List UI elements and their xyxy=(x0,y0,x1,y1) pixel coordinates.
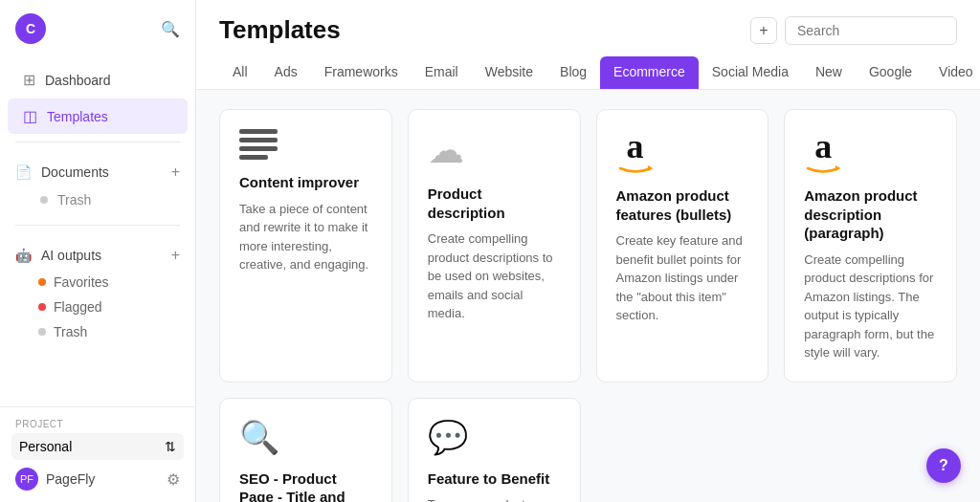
cloud-icon: ☁ xyxy=(428,129,464,171)
svg-marker-1 xyxy=(835,165,840,171)
amazon-logo-2: a xyxy=(804,129,842,173)
divider-2 xyxy=(15,225,180,226)
tab-blog[interactable]: Blog xyxy=(546,56,600,89)
card-title: Content improver xyxy=(239,173,372,192)
amazon-a-letter: a xyxy=(627,129,644,164)
project-label: PROJECT xyxy=(11,419,184,429)
lines-icon xyxy=(239,129,278,160)
sidebar-top: C 🔍 xyxy=(0,0,195,57)
documents-header[interactable]: 📄 Documents + xyxy=(15,158,180,186)
card-content-improver[interactable]: Content improver Take a piece of content… xyxy=(219,109,392,382)
ai-outputs-section-left: 🤖 AI outputs xyxy=(15,248,101,263)
sidebar-bottom: PROJECT Personal ⇅ PF PageFly ⚙ xyxy=(0,406,195,502)
flagged-label: Flagged xyxy=(54,299,102,315)
sidebar-item-label: Dashboard xyxy=(45,73,111,88)
ai-outputs-label: AI outputs xyxy=(41,248,101,263)
chat-icon: 💬 xyxy=(428,418,468,456)
amazon-logo: a xyxy=(616,129,655,173)
tab-frameworks[interactable]: Frameworks xyxy=(311,56,412,89)
page-title: Templates xyxy=(219,15,341,45)
trash-dot xyxy=(40,196,48,204)
card-amazon-paragraph[interactable]: a Amazon product description (paragraph)… xyxy=(784,109,957,382)
main-header: Templates + All Ads Frameworks Email Web… xyxy=(196,0,980,90)
amazon-paragraph-icon: a xyxy=(804,129,937,173)
ai-trash-label: Trash xyxy=(54,324,87,339)
card-title: SEO - Product Page - Title and Meta Desc… xyxy=(239,469,372,503)
templates-icon: ◫ xyxy=(23,107,37,125)
ai-outputs-icon: 🤖 xyxy=(15,248,32,263)
dashboard-icon: ⊞ xyxy=(23,71,35,89)
line-3 xyxy=(239,146,278,151)
card-description: Create key feature and benefit bullet po… xyxy=(616,231,749,325)
card-description: Create compelling product descriptions f… xyxy=(804,251,937,362)
svg-marker-0 xyxy=(648,165,653,171)
workspace-row: PF PageFly ⚙ xyxy=(11,460,184,491)
card-amazon-features[interactable]: a Amazon product features (bullets) Crea… xyxy=(596,109,769,382)
card-description: Take a piece of content and rewrite it t… xyxy=(239,200,372,274)
line-2 xyxy=(239,138,278,142)
content-improver-icon xyxy=(239,129,372,160)
documents-trash-label: Trash xyxy=(57,192,91,207)
product-description-icon: ☁ xyxy=(428,129,561,171)
tab-all[interactable]: All xyxy=(219,56,261,89)
card-description: Turn your product features into benefits… xyxy=(428,495,561,502)
ai-outputs-header[interactable]: 🤖 AI outputs + xyxy=(15,241,180,270)
cards-grid: Content improver Take a piece of content… xyxy=(219,109,957,502)
chevron-icon: ⇅ xyxy=(165,439,176,454)
seo-icon-wrap: 🔍 xyxy=(239,418,372,456)
ai-plus-icon[interactable]: + xyxy=(171,247,180,264)
title-right: + xyxy=(750,16,957,45)
documents-trash-item[interactable]: Trash xyxy=(15,186,180,213)
amazon-a-letter-2: a xyxy=(814,129,832,164)
tab-ads[interactable]: Ads xyxy=(261,56,311,89)
tab-email[interactable]: Email xyxy=(412,56,472,89)
sidebar: C 🔍 ⊞ Dashboard ◫ Templates 📄 Documents … xyxy=(0,0,196,502)
ai-outputs-favorites[interactable]: Favorites xyxy=(31,270,180,295)
cards-area: Content improver Take a piece of content… xyxy=(196,90,980,502)
tabs-bar: All Ads Frameworks Email Website Blog Ec… xyxy=(219,56,957,89)
amazon-smile-arrow xyxy=(616,164,655,173)
ai-outputs-section: 🤖 AI outputs + Favorites Flagged Trash xyxy=(0,233,195,348)
card-title: Amazon product features (bullets) xyxy=(616,186,749,224)
card-seo-product[interactable]: 🔍 SEO - Product Page - Title and Meta De… xyxy=(219,398,392,503)
card-product-description[interactable]: ☁ Product description Create compelling … xyxy=(408,109,581,382)
tab-video[interactable]: Video xyxy=(925,56,980,89)
workspace-name: PageFly xyxy=(46,471,95,487)
divider xyxy=(15,142,180,142)
favorites-dot xyxy=(38,278,46,286)
sidebar-item-templates[interactable]: ◫ Templates xyxy=(8,98,188,134)
ai-outputs-trash[interactable]: Trash xyxy=(31,319,180,344)
sidebar-item-dashboard[interactable]: ⊞ Dashboard xyxy=(8,62,188,98)
sidebar-item-label: Templates xyxy=(47,109,108,124)
title-row: Templates + xyxy=(219,15,957,45)
ai-outputs-flagged[interactable]: Flagged xyxy=(31,295,180,319)
card-title: Feature to Benefit xyxy=(428,469,561,489)
tab-new[interactable]: New xyxy=(802,56,856,89)
plus-icon[interactable]: + xyxy=(171,164,180,181)
settings-icon[interactable]: ⚙ xyxy=(167,470,180,489)
card-title: Product description xyxy=(428,185,561,222)
add-template-button[interactable]: + xyxy=(750,17,777,44)
tab-social-media[interactable]: Social Media xyxy=(699,56,802,89)
ai-trash-dot xyxy=(38,328,46,336)
flagged-dot xyxy=(38,303,46,311)
favorites-label: Favorites xyxy=(54,274,109,290)
documents-label: Documents xyxy=(41,164,109,180)
documents-section: 📄 Documents + Trash xyxy=(0,150,195,217)
line-1 xyxy=(239,129,278,134)
avatar: PF xyxy=(15,468,38,491)
seo-magnifier-icon: 🔍 xyxy=(239,418,279,456)
project-selector[interactable]: Personal ⇅ xyxy=(11,433,184,460)
search-icon[interactable]: 🔍 xyxy=(161,20,180,38)
card-title: Amazon product description (paragraph) xyxy=(804,186,937,243)
app-logo[interactable]: C xyxy=(15,13,46,44)
card-feature-benefit[interactable]: 💬 Feature to Benefit Turn your product f… xyxy=(408,398,581,503)
tab-website[interactable]: Website xyxy=(472,56,546,89)
amazon-features-icon: a xyxy=(616,129,749,173)
help-button[interactable]: ? xyxy=(926,448,961,483)
tab-ecommerce[interactable]: Ecommerce xyxy=(600,56,699,89)
ai-outputs-sub-items: Favorites Flagged Trash xyxy=(15,270,180,344)
workspace-left: PF PageFly xyxy=(15,468,95,491)
tab-google[interactable]: Google xyxy=(856,56,925,89)
search-input[interactable] xyxy=(785,16,957,45)
